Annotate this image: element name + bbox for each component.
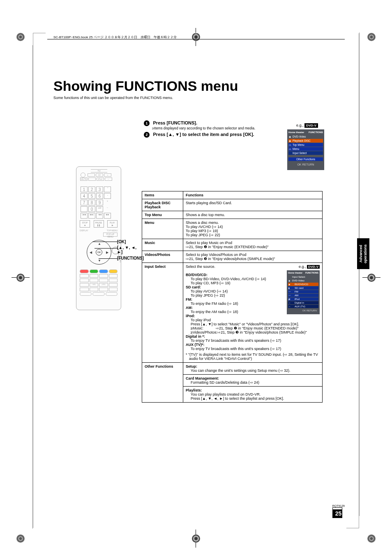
remote-bot-btn [92, 292, 104, 296]
remote-bot-btn [90, 274, 99, 278]
crop-mark-bottom [192, 534, 200, 543]
header-rule [47, 39, 345, 39]
remote-num: 8 [88, 200, 95, 205]
page-footer: RQT9129 25 [332, 504, 345, 518]
remote-smallbtn: iPod [97, 177, 104, 181]
osd-inputselect-menu: Home theaterFUNCTIONS Input Select ◉DVD-… [287, 270, 320, 314]
remote-tv-label: TV [91, 169, 107, 173]
color-btn-yellow [109, 269, 118, 273]
remote-smallbtn: + [104, 173, 111, 177]
remote-num: 0 [88, 206, 95, 212]
osd2-item: →AUX (TV) [288, 305, 318, 308]
functions-table: ItemsFunctions Playback DISC PlaybackSta… [142, 191, 323, 403]
osd2-item: →Digital in [288, 301, 318, 304]
remote-callout-ok: [OK] [117, 240, 126, 244]
right-arrow-icon: ▶ [106, 251, 108, 254]
row-playback-func: Starts playing disc/SD Card. [183, 199, 323, 211]
remote-callout-functions: [FUNCTIONS] [117, 256, 144, 260]
remote-bot-btn [99, 274, 108, 278]
osd2-item: ▮SD card [288, 286, 318, 290]
remote-plus: + [104, 200, 111, 205]
step-2-num: 2 [144, 132, 150, 138]
row-other-playlists: Playlists:You can play playlists created… [183, 387, 323, 403]
remote-bot-btn [90, 288, 99, 291]
osd2-item: 〰AM [288, 294, 318, 297]
remote-skip-prev: |◀◀ [81, 213, 88, 219]
th-items: Items [142, 191, 183, 199]
osd-title: ◉DVD-Video [288, 135, 323, 138]
remote-body: TV AV + MUTE iPod − 123⌃ 456⌄ 789+ 0≥10−… [76, 166, 121, 310]
osd-footer: OK RETURN [288, 163, 323, 166]
th-functions: Functions [183, 191, 323, 199]
remote-nav-wheel: ▲ ▼ ◀ ▶ OK [87, 240, 111, 265]
step-1-num: 1 [144, 120, 150, 126]
remote-display-lbl: DISPLAY [80, 229, 88, 232]
remote-num: 4 [81, 193, 88, 199]
row-music-func: Select to play Music on iPod ⇨21, Step ❷… [183, 239, 323, 251]
color-btn-red [80, 269, 89, 273]
row-playback-item: Playback DISC Playback [142, 199, 183, 211]
up-arrow-icon: ▲ [98, 242, 101, 246]
remote-num: 7 [81, 200, 88, 205]
remote-smallbtn: − [105, 177, 112, 181]
osd-item-input: Input Select [288, 151, 323, 155]
disc-icon: ◉ [289, 139, 291, 142]
doc-code: RQT9129 [332, 504, 345, 507]
osd2-item: ⇄iPod [288, 297, 318, 301]
osd-item-menu: ▭Menu [288, 147, 323, 151]
osd-hdr-left: Home theater [288, 131, 304, 134]
crop-mark-tl [16, 33, 25, 41]
crop-mark-tr [367, 33, 376, 41]
remote-vol-up: ⌃ [104, 187, 111, 192]
osd2-item: 〰FM [288, 290, 318, 293]
crop-mark-left [16, 274, 25, 282]
remote-bot-btn [80, 288, 89, 291]
row-other-item: Other Functions [142, 363, 183, 403]
remote-popup-lbl: TOP MENU [107, 229, 118, 232]
remote-bot-btn [80, 283, 89, 287]
row-vp-item: Videos/Photos [142, 251, 183, 263]
down-arrow-icon: ▼ [98, 259, 101, 263]
remote-vol-dn: ⌄ [104, 193, 111, 199]
osd-functions-menu: Home theaterFUNCTIONS ◉DVD-Video ◉Playba… [287, 129, 324, 170]
osd2-sub: ◉DVD-Video [288, 279, 318, 282]
section-tab: Advanced operations [357, 238, 369, 269]
remote-smallbtn [88, 177, 96, 181]
crop-mark-right [367, 274, 376, 282]
remote-bot-btn: −VOL [90, 283, 99, 287]
remote-bot-btn [80, 292, 92, 296]
remote-bot-btn [80, 279, 89, 282]
crop-mark-bl [16, 534, 25, 543]
page-title: Showing FUNCTIONS menu [53, 78, 345, 94]
remote-minus: − [104, 206, 111, 212]
remote-ffw: ▶▶ [104, 213, 111, 219]
remote-rew: ◀◀ [96, 213, 103, 219]
osd-hdr-right: FUNCTIONS [309, 131, 323, 134]
remote-stop: STOP■ [80, 220, 90, 228]
remote-play: PLAY▶ [107, 220, 118, 228]
remote-cancel [81, 206, 88, 212]
disc-icon: ◉ [289, 135, 291, 138]
step-1: 1 Press [FUNCTIONS]. ≥Items displayed va… [144, 120, 275, 130]
row-topmenu-item: Top Menu [142, 211, 183, 219]
remote-num: 6 [96, 193, 103, 199]
row-input-item: Input Select [142, 263, 183, 363]
remote-bot-btn [106, 292, 118, 296]
step-2: 2 Press [▲, ▼] to select the item and pr… [144, 132, 275, 138]
menu-icon: ▭ [289, 147, 291, 150]
osd-example-label: e.g., DVD-V [296, 123, 318, 128]
step-1-note: ≥Items displayed vary according to the c… [152, 126, 275, 130]
row-music-item: Music [142, 239, 183, 251]
remote-smallbtn: AV [96, 173, 103, 177]
row-menu-func: Shows a disc menu. To play AVCHD (⇨ 14) … [183, 219, 323, 239]
remote-bot-btn [109, 283, 118, 287]
remote-skip-next: ▶▶| [88, 213, 95, 219]
eg-badge: DVD-V [304, 123, 318, 128]
osd-item-other: Other Functions [288, 157, 323, 161]
osd2-item: ◉BD/DVD/CD [288, 283, 318, 286]
remote-diagram: TV AV + MUTE iPod − 123⌃ 456⌄ 789+ 0≥10−… [58, 166, 140, 310]
remote-bot-btn [109, 279, 118, 282]
remote-smallbtn [88, 173, 95, 177]
remote-smallbtn: MUTE [80, 177, 88, 181]
page-subtitle: Some functions of this unit can be opera… [53, 96, 345, 100]
